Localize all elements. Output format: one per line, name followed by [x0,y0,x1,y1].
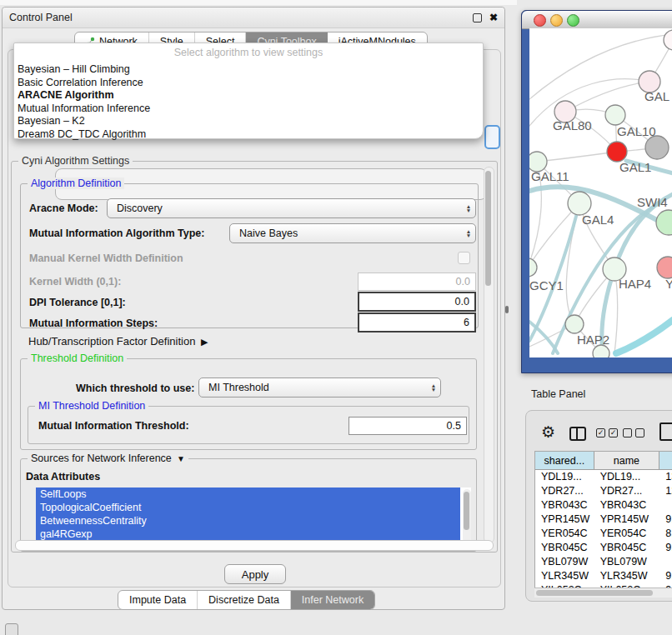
sources-group-title: Sources for Network Inference ▼ [28,452,188,464]
new-table-icon[interactable] [659,422,672,441]
manual-kernel-checkbox[interactable] [458,252,470,264]
network-node[interactable] [664,30,672,50]
network-node[interactable] [645,136,669,159]
network-node[interactable] [593,345,609,358]
network-edge [529,322,558,353]
which-threshold-combobox[interactable]: MI Threshold ▲▼ [198,378,441,398]
aracne-mode-combobox[interactable]: Discovery ▲▼ [107,198,476,218]
data-attributes-list[interactable]: SelfLoopsTopologicalCoefficientBetweenne… [36,488,471,546]
attribute-list-item[interactable]: gal4RGexp [36,528,460,541]
hub-definition-disclosure[interactable]: Hub/Transcription Factor Definition ▶ [28,335,208,348]
attribute-list-item[interactable]: SelfLoops [36,488,460,501]
control-panel-title: Control Panel [9,8,73,28]
column-header[interactable]: shared... [535,452,594,469]
float-window-icon[interactable] [473,13,482,22]
cyni-bottom-tabbar: Impute DataDiscretize DataInfer Network [118,590,375,610]
group-title: MI Threshold Definition [35,400,148,412]
stepper-arrows-icon: ▲▼ [462,229,475,238]
list-scrollbar-thumb[interactable] [464,492,469,530]
table-row[interactable]: YDR27...YDR27...12 [535,484,672,498]
minimize-window-icon[interactable] [550,14,563,27]
collapsed-panel-icon[interactable] [5,623,18,635]
node-label: HAP4 [619,277,651,291]
algorithm-option[interactable]: ARACNE Algorithm [18,89,479,102]
network-node-y[interactable] [657,257,672,278]
table-row[interactable]: YPR145WYPR145W9. [535,512,672,527]
table-hscroll-thumb[interactable] [536,590,653,596]
mi-algorithm-type-combobox[interactable]: Naive Bayes ▲▼ [229,223,476,243]
algorithm-option[interactable]: Bayesian – K2 [18,115,479,128]
close-window-icon[interactable] [534,14,546,27]
table-row[interactable]: YER054CYER054C8. [535,527,672,541]
table-cell: 13 [659,470,672,484]
network-edge [616,320,672,353]
checked-box-icon: ✓ [596,428,605,438]
algorithm-option[interactable]: Dream8 DC_TDC Algorithm [18,128,479,142]
scrollbar-thumb[interactable] [485,171,491,286]
mi-steps-field[interactable] [358,312,476,332]
algorithm-option[interactable]: Bayesian – Hill Climbing [18,63,479,77]
close-panel-icon[interactable]: ✖ [489,8,498,28]
column-header[interactable] [659,452,672,469]
expand-right-icon[interactable]: ▶ [198,337,208,347]
collapse-down-icon[interactable]: ▼ [174,454,185,463]
cyni-algorithm-settings-group: Cyni Algorithm Settings Algorithm Defini… [11,161,498,552]
table-row[interactable]: YBL079WYBL079W [535,555,672,569]
network-window-titlebar[interactable] [522,11,672,29]
dpi-tolerance-field[interactable] [358,292,476,312]
network-node-hap2[interactable] [565,315,584,333]
table-cell: 9. [659,569,672,583]
node-label: GAL1 [619,160,651,174]
network-node-gal4[interactable] [568,192,591,215]
table-panel-title: Table Panel [531,383,585,405]
table-cell: YBR045C [535,541,594,555]
network-canvas[interactable]: GALGAL80GAL10GAL1GAL11GAL4SWI4GCY1HAP4YH… [529,28,672,358]
table-panel-titlebar: Table Panel [521,383,672,405]
table-row[interactable]: YBR043CYBR043C [535,498,672,512]
table-horizontal-scrollbar[interactable] [534,588,672,598]
tab-discretize-data[interactable]: Discretize Data [198,591,291,609]
kernel-width-field[interactable] [358,272,476,291]
list-scrollbar[interactable] [463,489,471,542]
network-node-swi4[interactable] [656,210,672,235]
attribute-list-item[interactable]: TopologicalCoefficient [36,501,460,514]
apply-button[interactable]: Apply [224,564,286,584]
sources-title-text: Sources for Network Inference [31,452,172,464]
table-row[interactable]: YBR045CYBR045C9. [535,541,672,555]
deselect-all-columns-icon[interactable] [623,428,644,438]
sources-group: Sources for Network Inference ▼ Data Att… [20,458,477,552]
table-cell: YLR345W [535,569,594,583]
zoom-window-icon[interactable] [567,14,579,27]
table-panel: ⚙ ✓ ✓ shared...name YDL19...YDL19...13YD… [525,410,672,602]
attribute-list-item[interactable]: BetweennessCentrality [36,514,460,528]
column-header[interactable]: name [594,452,660,469]
table-row[interactable]: YLR345WYLR345W9. [535,569,672,583]
gear-icon[interactable]: ⚙ [541,424,555,441]
node-attribute-table: shared...name YDL19...YDL19...13YDR27...… [534,451,672,589]
tab-impute-data[interactable]: Impute Data [118,591,198,609]
network-node-gcy1[interactable] [529,258,537,277]
show-columns-icon[interactable] [569,427,586,441]
control-panel-titlebar: Control Panel ✖ [3,8,504,28]
screen: Control Panel ✖ NetworkStyleSelectCyni T… [0,0,672,635]
table-body: YDL19...YDL19...13YDR27...YDR27...12YBR0… [535,470,672,589]
table-cell: YDL19... [594,470,660,484]
settings-vertical-scrollbar[interactable] [484,167,494,543]
network-node-gal1[interactable] [607,142,627,162]
algorithm-option[interactable]: Mutual Information Inference [18,102,479,116]
algorithm-option[interactable]: Basic Correlation Inference [18,77,479,90]
table-cell: YBR045C [594,541,660,555]
node-label: GCY1 [529,278,564,292]
table-cell: 9. [659,541,672,555]
stepper-arrows-icon: ▲▼ [462,204,475,212]
mi-threshold-field[interactable] [349,417,467,435]
table-row[interactable]: YDL19...YDL19...13 [535,470,672,484]
network-node-gal10[interactable] [605,105,625,125]
table-cell: YDR27... [535,484,594,498]
panel-splitter-handle[interactable] [505,306,509,313]
select-all-columns-icon[interactable]: ✓ ✓ [596,428,618,438]
table-cell: YBR043C [594,498,660,512]
data-attributes-label: Data Attributes [26,471,100,482]
settings-horizontal-scrollbar[interactable] [15,540,494,551]
tab-infer-network[interactable]: Infer Network [291,591,374,609]
